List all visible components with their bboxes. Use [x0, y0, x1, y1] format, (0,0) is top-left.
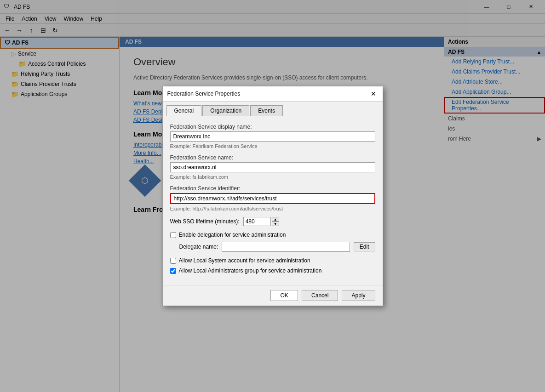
edit-delegate-button[interactable]: Edit [354, 242, 375, 251]
local-admins-label: Allow Local Administrators group for ser… [179, 267, 322, 274]
local-system-label: Allow Local System account for service a… [179, 257, 310, 264]
dialog-body: Federation Service display name: Example… [163, 116, 383, 285]
dialog-titlebar: Federation Service Properties ✕ [163, 86, 383, 102]
dialog-tabs: General Organization Events [163, 102, 383, 116]
sso-lifetime-row: Web SSO lifetime (minutes): ▲ ▼ [170, 217, 375, 226]
enable-delegation-label: Enable delegation for service administra… [179, 232, 286, 238]
enable-delegation-checkbox[interactable] [170, 232, 176, 238]
delegate-name-row: Delegate name: Edit [179, 242, 375, 252]
spinner-up-button[interactable]: ▲ [272, 217, 279, 222]
spinner-down-button[interactable]: ▼ [272, 222, 279, 226]
dialog-overlay: Federation Service Properties ✕ General … [0, 0, 545, 392]
spinner-buttons: ▲ ▼ [272, 217, 279, 226]
sso-lifetime-spinner: ▲ ▼ [243, 217, 279, 226]
dialog-footer: OK Cancel Apply [163, 285, 383, 306]
display-name-example: Example: Fabrikam Federation Service [170, 143, 375, 149]
apply-button[interactable]: Apply [342, 290, 375, 301]
dialog-close-button[interactable]: ✕ [369, 89, 378, 98]
identifier-example: Example: http://fs.fabrikam.com/adfs/ser… [170, 206, 375, 211]
service-name-label: Federation Service name: [170, 154, 375, 161]
identifier-label: Federation Service identifier: [170, 185, 375, 192]
display-name-input[interactable] [170, 131, 375, 142]
sso-lifetime-input[interactable] [243, 217, 271, 226]
service-name-input[interactable] [170, 162, 375, 172]
federation-properties-dialog: Federation Service Properties ✕ General … [162, 86, 383, 306]
enable-delegation-row: Enable delegation for service administra… [170, 232, 375, 238]
sso-lifetime-label: Web SSO lifetime (minutes): [170, 218, 240, 225]
delegate-name-input[interactable] [222, 242, 350, 252]
delegate-name-label: Delegate name: [179, 244, 218, 250]
dialog-title: Federation Service Properties [167, 91, 241, 97]
local-system-checkbox[interactable] [170, 258, 176, 264]
identifier-input[interactable] [170, 193, 375, 204]
local-admins-checkbox[interactable] [170, 268, 176, 274]
tab-general[interactable]: General [166, 105, 202, 116]
local-system-row: Allow Local System account for service a… [170, 257, 375, 264]
cancel-button[interactable]: Cancel [302, 290, 338, 301]
tab-events[interactable]: Events [250, 105, 283, 116]
ok-button[interactable]: OK [270, 290, 298, 301]
service-name-example: Example: fs.fabrikam.com [170, 174, 375, 180]
display-name-label: Federation Service display name: [170, 124, 375, 130]
local-admins-row: Allow Local Administrators group for ser… [170, 267, 375, 274]
tab-organization[interactable]: Organization [202, 105, 249, 116]
